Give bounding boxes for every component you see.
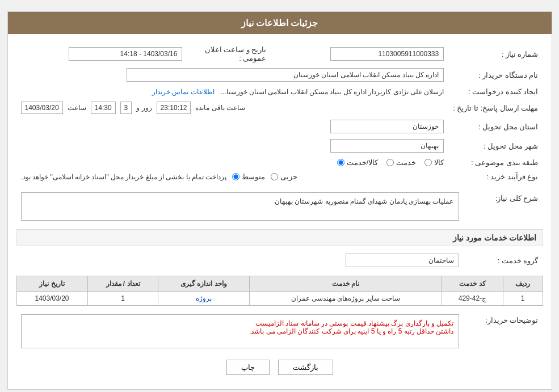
- need-number-value: 1103005911000333: [278, 43, 448, 65]
- cell-count-amount: 1: [87, 292, 158, 306]
- need-number-field: 1103005911000333: [330, 47, 444, 61]
- need-number-label: شماره نیاز :: [448, 43, 543, 65]
- buyer-org-label: نام دستگاه خریدار :: [448, 65, 543, 85]
- deadline-days-label: روز و: [136, 104, 152, 112]
- buyer-org-field: اداره کل بنیاد مسکن انقلاب اسلامی استان …: [127, 68, 444, 82]
- table-row: 1 ج-42-429 ساخت سایر پروژه‌های مهندسی عم…: [16, 292, 543, 306]
- process-motavasset-radio[interactable]: [232, 173, 239, 180]
- cell-need-date: 1403/03/20: [16, 292, 87, 306]
- deadline-row: 1403/03/20 ساعت 14:30 3 روز و 23:10:12 س…: [21, 102, 444, 114]
- cell-row-num: 1: [503, 292, 543, 306]
- general-desc-value-cell: عملیات بهسازی یادمان شهدای گمنام منصوریه…: [16, 189, 464, 224]
- buyer-notes-text: تکمیل و بارگذاری برگ پیشنهاد قیمت پوستی …: [249, 319, 453, 335]
- row-deadline: مهلت ارسال پاسخ: تا تاریخ : 1403/03/20 س…: [16, 99, 543, 117]
- back-button[interactable]: بازگشت: [278, 360, 333, 375]
- category-khadamat-label: خدمت: [396, 158, 416, 167]
- row-buyer-notes: توضیحات خریدار: تکمیل و بارگذاری برگ پیش…: [16, 311, 543, 351]
- category-kala-radio[interactable]: [424, 159, 432, 166]
- services-table: ردیف کد خدمت نام خدمت واحد اندازه گیری ت…: [16, 276, 543, 306]
- general-desc-label: شرح کلی نیاز:: [464, 189, 543, 224]
- cell-service-code: ج-42-429: [442, 292, 503, 306]
- province-field: خوزستان: [330, 120, 444, 133]
- services-table-head: ردیف کد خدمت نام خدمت واحد اندازه گیری ت…: [16, 276, 543, 292]
- category-kala-option[interactable]: کالا: [424, 158, 444, 167]
- buyer-notes-value-cell: تکمیل و بارگذاری برگ پیشنهاد قیمت پوستی …: [16, 311, 464, 351]
- deadline-date-field: 1403/03/20: [21, 102, 63, 114]
- row-province: استان محل تحویل : خوزستان: [16, 117, 543, 136]
- process-value-cell: پرداخت تمام یا بخشی از مبلغ خریدار محل "…: [16, 170, 449, 184]
- general-desc-box: عملیات بهسازی یادمان شهدای گمنام منصوریه…: [21, 192, 459, 221]
- creator-value-cell: ارسلان علی نژادی کاربردار اداره کل بنیاد…: [16, 85, 449, 99]
- col-need-date: تاریخ نیاز: [16, 276, 87, 292]
- row-category: طبقه بندی موضوعی : کالا/خدمت خدمت: [16, 155, 543, 170]
- process-jozyi-option[interactable]: جزیی: [271, 172, 297, 181]
- col-count-amount: تعداد / مقدار: [87, 276, 158, 292]
- col-unit: واحد اندازه گیری: [158, 276, 249, 292]
- process-desc: پرداخت تمام یا بخشی از مبلغ خریدار محل "…: [21, 173, 227, 181]
- buyer-notes-box: تکمیل و بارگذاری برگ پیشنهاد قیمت پوستی …: [21, 314, 459, 348]
- page-title: جزئیات اطلاعات نیاز: [241, 18, 318, 28]
- buyer-org-value-cell: اداره کل بنیاد مسکن انقلاب اسلامی استان …: [16, 65, 449, 85]
- city-value-cell: بهبهان: [16, 136, 449, 155]
- process-row: پرداخت تمام یا بخشی از مبلغ خریدار محل "…: [21, 172, 444, 181]
- service-group-field: ساختمان: [346, 254, 459, 267]
- page-wrapper: جزئیات اطلاعات نیاز شماره نیاز : 1103005…: [7, 11, 552, 390]
- category-value-cell: کالا/خدمت خدمت کالا: [16, 155, 449, 170]
- process-motavasset-option[interactable]: متوسط: [232, 172, 265, 181]
- services-table-header-row: ردیف کد خدمت نام خدمت واحد اندازه گیری ت…: [16, 276, 543, 292]
- province-value-cell: خوزستان: [16, 117, 449, 136]
- buyer-notes-label: توضیحات خریدار:: [464, 311, 543, 351]
- row-need-number: شماره نیاز : 1103005911000333 تاریخ و سا…: [16, 43, 543, 65]
- category-khadamat-option[interactable]: خدمت: [386, 158, 416, 167]
- process-motavasset-label: متوسط: [242, 172, 265, 181]
- row-city: شهر محل تحویل : بهبهان: [16, 136, 543, 155]
- creator-label: ایجاد کننده درخواست :: [448, 85, 543, 99]
- cell-unit: پروژه: [158, 292, 249, 306]
- info-table: شماره نیاز : 1103005911000333 تاریخ و سا…: [16, 43, 543, 184]
- announce-value-cell: 1403/03/16 - 14:18: [16, 43, 187, 65]
- process-label: نوع فرآیند خرید :: [448, 170, 543, 184]
- category-kala-khadamat-radio[interactable]: [337, 159, 344, 166]
- row-process: نوع فرآیند خرید : پرداخت تمام یا بخشی از…: [16, 170, 543, 184]
- announce-label: تاریخ و ساعت اعلان عمومی :: [187, 43, 278, 65]
- deadline-value-cell: 1403/03/20 ساعت 14:30 3 روز و 23:10:12 س…: [16, 99, 449, 117]
- city-field: بهبهان: [330, 139, 444, 153]
- deadline-label: مهلت ارسال پاسخ: تا تاریخ :: [448, 99, 543, 117]
- row-service-group: گروه خدمت : ساختمان: [16, 251, 543, 270]
- services-table-body: 1 ج-42-429 ساخت سایر پروژه‌های مهندسی عم…: [16, 292, 543, 306]
- category-kala-khadamat-label: کالا/خدمت: [347, 158, 379, 167]
- content-area: شماره نیاز : 1103005911000333 تاریخ و سا…: [8, 34, 552, 389]
- button-row: چاپ بازگشت: [16, 360, 543, 375]
- creator-text: ارسلان علی نژادی کاربردار اداره کل بنیاد…: [221, 88, 444, 96]
- buyer-notes-table: توضیحات خریدار: تکمیل و بارگذاری برگ پیش…: [16, 311, 543, 351]
- row-creator: ایجاد کننده درخواست : ارسلان علی نژادی ک…: [16, 85, 543, 99]
- service-group-label: گروه خدمت :: [464, 251, 543, 270]
- process-jozyi-label: جزیی: [280, 172, 297, 181]
- deadline-days-field: 3: [120, 102, 132, 114]
- deadline-time-label: ساعت: [68, 104, 86, 112]
- cell-service-name: ساخت سایر پروژه‌های مهندسی عمران: [249, 292, 442, 306]
- province-label: استان محل تحویل :: [448, 117, 543, 136]
- col-row-num: ردیف: [503, 276, 543, 292]
- category-label: طبقه بندی موضوعی :: [448, 155, 543, 170]
- deadline-remaining-label: ساعت باقی مانده: [195, 104, 245, 112]
- category-kala-khadamat-option[interactable]: کالا/خدمت: [337, 158, 379, 167]
- service-group-table: گروه خدمت : ساختمان: [16, 251, 543, 270]
- row-general-desc: شرح کلی نیاز: عملیات بهسازی یادمان شهدای…: [16, 189, 543, 224]
- services-section-title: اطلاعات خدمات مورد نیاز: [16, 229, 543, 246]
- category-kala-label: کالا: [434, 158, 444, 167]
- col-service-name: نام خدمت: [249, 276, 442, 292]
- page-header: جزئیات اطلاعات نیاز: [8, 12, 552, 34]
- city-label: شهر محل تحویل :: [448, 136, 543, 155]
- category-radio-group: کالا/خدمت خدمت کالا: [21, 158, 444, 167]
- deadline-remaining-field: 23:10:12: [157, 102, 191, 114]
- print-button[interactable]: چاپ: [226, 360, 270, 375]
- deadline-time-field: 14:30: [91, 102, 116, 114]
- contact-link[interactable]: اطلاعات تماس خریدار: [152, 88, 215, 96]
- desc-table: شرح کلی نیاز: عملیات بهسازی یادمان شهدای…: [16, 189, 543, 224]
- process-jozyi-radio[interactable]: [271, 173, 278, 180]
- service-group-value-cell: ساختمان: [16, 251, 464, 270]
- general-desc-text: عملیات بهسازی یادمان شهدای گمنام منصوریه…: [275, 197, 453, 205]
- col-service-code: کد خدمت: [442, 276, 503, 292]
- category-khadamat-radio[interactable]: [386, 159, 394, 166]
